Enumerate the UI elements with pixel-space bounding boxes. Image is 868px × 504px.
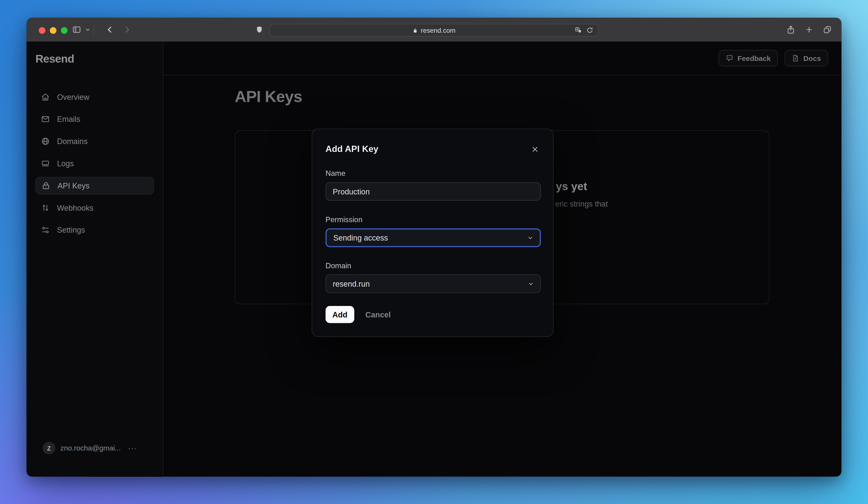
sidebar-item-emails[interactable]: Emails (35, 110, 154, 128)
toolbar-divider (94, 24, 94, 34)
page-header: Feedback Docs (163, 42, 841, 75)
home-icon (41, 92, 50, 101)
feedback-button[interactable]: Feedback (719, 50, 778, 67)
name-label: Name (326, 169, 345, 178)
docs-label: Docs (803, 54, 821, 62)
lock-icon (42, 181, 50, 190)
mail-icon (41, 115, 50, 123)
document-icon (792, 54, 799, 62)
permission-select[interactable]: Sending access (326, 228, 541, 247)
arrows-up-down-icon (41, 203, 50, 212)
sidebar-item-label: API Keys (58, 181, 90, 190)
empty-state-heading-fragment: ys yet (556, 180, 587, 193)
sidebar-item-label: Webhooks (57, 203, 94, 212)
forward-button[interactable] (122, 25, 132, 34)
permission-label: Permission (326, 216, 362, 224)
feedback-label: Feedback (737, 54, 771, 62)
browser-toolbar: resend.com (27, 18, 841, 42)
sidebar-item-label: Overview (57, 92, 89, 101)
reload-icon[interactable] (586, 27, 593, 34)
add-button[interactable]: Add (326, 306, 354, 323)
sidebar-item-label: Logs (57, 159, 74, 168)
sidebar-item-api-keys[interactable]: API Keys (35, 177, 154, 194)
shield-icon[interactable] (255, 26, 264, 34)
sidebar-item-label: Settings (57, 225, 85, 234)
lock-icon (413, 28, 418, 33)
sidebar-item-settings[interactable]: Settings (35, 221, 154, 239)
new-tab-icon[interactable] (804, 25, 814, 34)
minimize-window-button[interactable] (50, 27, 56, 34)
account-menu[interactable]: Z zno.rocha@gmai... ··· (43, 442, 137, 454)
page-title: API Keys (235, 88, 302, 106)
address-bar[interactable]: resend.com (270, 24, 598, 37)
desktop: resend.com (0, 0, 868, 504)
sidebar: Resend Overview Emails Domains (27, 42, 163, 476)
sidebar-item-logs[interactable]: Logs (35, 154, 154, 172)
traffic-lights (39, 27, 68, 34)
sliders-icon (41, 225, 50, 234)
globe-icon (41, 137, 50, 146)
resend-logo: Resend (35, 52, 154, 65)
close-icon[interactable] (531, 145, 540, 154)
domain-value: resend.run (333, 279, 370, 288)
tab-overview-icon[interactable] (823, 25, 832, 34)
feedback-bubble-icon (726, 54, 733, 62)
add-api-key-modal: Add API Key Name Permission Sending acce… (312, 129, 554, 337)
zoom-window-button[interactable] (61, 27, 68, 34)
chevron-down-icon[interactable] (85, 27, 91, 33)
account-more-icon[interactable]: ··· (128, 444, 137, 452)
modal-title: Add API Key (326, 144, 378, 154)
cancel-button[interactable]: Cancel (358, 306, 398, 323)
close-window-button[interactable] (39, 27, 45, 34)
share-icon[interactable] (786, 25, 795, 34)
sidebar-item-webhooks[interactable]: Webhooks (35, 199, 154, 216)
sidebar-item-label: Domains (57, 137, 87, 146)
sidebar-nav: Overview Emails Domains Logs (35, 88, 154, 239)
url-text: resend.com (421, 26, 455, 34)
account-email: zno.rocha@gmai... (60, 444, 121, 452)
browser-window: resend.com (27, 18, 841, 476)
sidebar-toggle-icon[interactable] (72, 25, 81, 34)
sidebar-item-domains[interactable]: Domains (35, 133, 154, 150)
chevron-down-icon (527, 234, 534, 241)
sidebar-item-label: Emails (57, 115, 80, 123)
logs-icon (41, 159, 50, 168)
empty-state-body-fragment: eric strings that (555, 200, 608, 208)
docs-button[interactable]: Docs (785, 50, 828, 67)
sidebar-item-overview[interactable]: Overview (35, 88, 154, 106)
chevron-down-icon (528, 280, 534, 287)
translate-icon[interactable] (575, 27, 582, 34)
domain-select[interactable]: resend.run (326, 274, 541, 293)
permission-value: Sending access (333, 233, 388, 242)
back-button[interactable] (105, 25, 114, 34)
name-input[interactable] (326, 182, 541, 201)
avatar: Z (43, 442, 55, 454)
domain-label: Domain (326, 262, 351, 270)
